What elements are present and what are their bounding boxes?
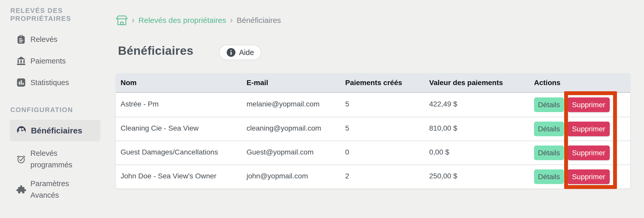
table-row: Cleaning Cie - Sea View cleaning@yopmail… <box>116 117 630 141</box>
cell-actions: Détails Supprimer <box>529 141 630 165</box>
table-header-row: Nom E-mail Paiements créés Valeur des pa… <box>116 73 630 93</box>
breadcrumb-current: Bénéficiaires <box>237 16 281 25</box>
table-row: John Doe - Sea View's Owner john@yopmail… <box>116 165 630 188</box>
cell-payments-created: 5 <box>341 92 425 116</box>
cell-payments-value: 810,00 $ <box>425 116 529 140</box>
sidebar: RELEVÉS DES PROPRIÉTAIRES Relevés Paieme… <box>0 0 111 218</box>
people-circle-icon <box>16 125 27 136</box>
cell-email: melanie@yopmail.com <box>242 92 341 116</box>
sidebar-item-label: Paiements <box>30 55 66 67</box>
help-button[interactable]: Aide <box>219 45 261 60</box>
details-button[interactable]: Détails <box>534 146 564 160</box>
page-title: Bénéficiaires <box>118 44 193 58</box>
column-header-email: E-mail <box>242 73 341 92</box>
cell-email: john@yopmail.com <box>242 164 341 188</box>
delete-button[interactable]: Supprimer <box>567 97 610 112</box>
cell-payments-value: 422,49 $ <box>425 92 529 116</box>
clipboard-icon <box>16 34 26 44</box>
cell-payments-created: 0 <box>341 140 425 164</box>
column-header-paiements: Paiements créés <box>341 73 425 92</box>
home-icon[interactable] <box>116 15 128 26</box>
sidebar-item-label: Relevés <box>30 34 57 45</box>
breadcrumb: › Relevés des propriétaires › Bénéficiai… <box>116 14 281 26</box>
sidebar-item-releves[interactable]: Relevés <box>16 34 57 45</box>
delete-button[interactable]: Supprimer <box>567 122 610 136</box>
sidebar-item-label: Statistiques <box>30 77 69 88</box>
beneficiaries-table: Nom E-mail Paiements créés Valeur des pa… <box>116 73 630 188</box>
sidebar-item-label: Relevés programmés <box>30 148 86 171</box>
cell-payments-created: 5 <box>341 116 425 140</box>
details-button[interactable]: Détails <box>534 169 564 184</box>
cell-name: Astrée - Pm <box>116 92 242 116</box>
help-button-label: Aide <box>239 48 254 57</box>
cell-actions: Détails Supprimer <box>529 117 630 141</box>
info-icon <box>226 48 236 57</box>
puzzle-icon <box>16 185 26 194</box>
sidebar-item-statistiques[interactable]: Statistiques <box>16 77 69 88</box>
breadcrumb-link-owner-statements[interactable]: Relevés des propriétaires <box>138 16 226 25</box>
cell-name: Guest Damages/Cancellations <box>116 140 242 164</box>
chevron-separator-icon: › <box>230 15 233 25</box>
delete-button[interactable]: Supprimer <box>567 146 610 160</box>
sidebar-section-configuration: CONFIGURATION <box>10 106 90 114</box>
sidebar-item-paiements[interactable]: Paiements <box>16 55 66 67</box>
table-row: Guest Damages/Cancellations Guest@yopmai… <box>116 141 630 165</box>
cell-payments-value: 250,00 $ <box>425 164 529 188</box>
cell-name: Cleaning Cie - Sea View <box>116 116 242 140</box>
cell-payments-created: 2 <box>341 164 425 188</box>
bar-chart-icon <box>16 78 26 87</box>
sidebar-item-beneficiaires[interactable]: Bénéficiaires <box>10 120 100 141</box>
alarm-check-icon <box>16 154 26 164</box>
bank-icon <box>16 56 26 66</box>
beneficiaries-page: RELEVÉS DES PROPRIÉTAIRES Relevés Paieme… <box>0 0 644 218</box>
sidebar-section-owner-statements: RELEVÉS DES PROPRIÉTAIRES <box>10 7 90 23</box>
chevron-separator-icon: › <box>132 15 134 25</box>
sidebar-item-label: Bénéficiaires <box>31 125 82 137</box>
column-header-valeur: Valeur des paiements <box>425 73 529 92</box>
cell-email: cleaning@yopmail.com <box>242 116 341 140</box>
table-row: Astrée - Pm melanie@yopmail.com 5 422,49… <box>116 93 630 117</box>
sidebar-item-releves-programmes[interactable]: Relevés programmés <box>16 147 86 171</box>
sidebar-item-label: Paramètres Avancés <box>30 178 86 201</box>
delete-button[interactable]: Supprimer <box>567 169 610 184</box>
details-button[interactable]: Détails <box>534 122 564 136</box>
cell-name: John Doe - Sea View's Owner <box>116 164 242 188</box>
cell-actions: Détails Supprimer <box>529 165 630 188</box>
cell-payments-value: 0,00 $ <box>425 140 529 164</box>
cell-email: Guest@yopmail.com <box>242 140 341 164</box>
column-header-actions: Actions <box>529 73 630 92</box>
column-header-nom: Nom <box>116 73 242 92</box>
cell-actions: Détails Supprimer <box>529 93 630 117</box>
sidebar-item-parametres-avances[interactable]: Paramètres Avancés <box>16 177 86 201</box>
details-button[interactable]: Détails <box>534 97 564 112</box>
